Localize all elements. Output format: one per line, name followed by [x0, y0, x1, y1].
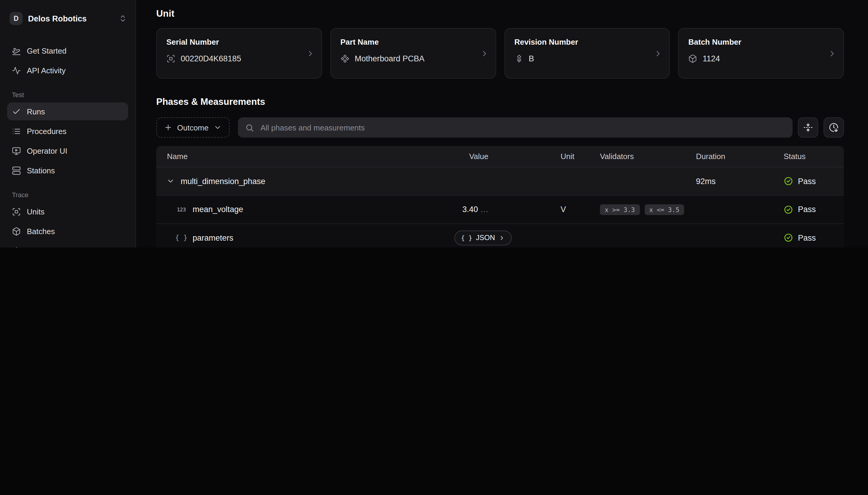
sidebar-item-procedures[interactable]: Procedures: [7, 122, 128, 140]
validators-cell: x >= 3.3 x <= 3.5: [600, 204, 696, 215]
json-type-icon: { }: [176, 234, 187, 242]
table-row-phase[interactable]: multi_dimension_phase 92ms Pass: [156, 167, 844, 195]
sidebar-item-runs[interactable]: Runs: [7, 102, 128, 120]
card-label: Serial Number: [166, 37, 312, 47]
card-value: Motherboard PCBA: [341, 54, 486, 63]
sidebar-nav-test: Runs Procedures Operator UI Stations: [0, 102, 135, 181]
measurement-name: parameters: [193, 234, 233, 242]
json-button-label: JSON: [476, 234, 495, 242]
column-header-duration: Duration: [696, 152, 784, 161]
status-label: Pass: [798, 205, 816, 214]
measurement-value-cell: 3.40 …: [417, 205, 488, 214]
fold-vertical-icon: [803, 123, 813, 132]
search-input[interactable]: [259, 122, 786, 133]
sidebar-item-api-activity[interactable]: API Activity: [7, 61, 128, 79]
measurement-name-cell: 123 mean_voltage: [156, 205, 417, 214]
phase-name: multi_dimension_phase: [181, 177, 265, 186]
column-header-validators: Validators: [600, 152, 696, 161]
page-title: Unit: [156, 8, 844, 19]
status-label: Pass: [798, 177, 816, 186]
braces-icon: { }: [461, 234, 472, 241]
part-name-card[interactable]: Part Name Motherboard PCBA: [330, 28, 496, 79]
clock-arrow-down-icon: [829, 123, 838, 132]
box-icon: [12, 227, 21, 236]
main-content: Unit Serial Number 00220D4K68185 Part Na…: [136, 0, 868, 248]
chevron-right-icon: [498, 235, 505, 241]
serial-number-card[interactable]: Serial Number 00220D4K68185: [156, 28, 322, 79]
revision-number-card[interactable]: Revision Number B: [504, 28, 670, 79]
status-cell: Pass: [784, 176, 843, 186]
measurement-unit: V: [561, 205, 600, 214]
card-label: Batch Number: [688, 37, 834, 47]
search-bar[interactable]: [238, 117, 793, 138]
circle-check-icon: [784, 233, 793, 243]
table-row-parameters[interactable]: { } parameters { } JSON Pass: [156, 223, 844, 248]
chevrons-up-down-icon: [119, 14, 127, 23]
card-label: Part Name: [341, 37, 486, 47]
validator-chip: x <= 3.5: [644, 204, 684, 215]
workspace-switcher[interactable]: D Delos Robotics: [0, 7, 135, 29]
part-name-value: Motherboard PCBA: [355, 54, 425, 63]
sidebar-nav-trace: Units Batches Parts & Revisions: [0, 203, 135, 248]
workspace-name: Delos Robotics: [28, 14, 113, 23]
sidebar-item-label: Get Started: [27, 46, 66, 55]
app-window: D Delos Robotics Get Started API Activit…: [0, 0, 868, 248]
scan-icon: [166, 54, 175, 63]
phase-name-cell: multi_dimension_phase: [156, 177, 417, 186]
sidebar-item-label: Procedures: [27, 126, 66, 136]
sidebar-item-label: Parts & Revisions: [27, 246, 88, 248]
column-header-status: Status: [784, 152, 843, 161]
column-header-value: Value: [417, 152, 488, 161]
card-value: B: [514, 54, 660, 63]
chevron-down-icon[interactable]: [166, 177, 175, 186]
sidebar-item-label: Batches: [27, 227, 55, 236]
table-row-mean-voltage[interactable]: 123 mean_voltage 3.40 … V x >= 3.3 x <= …: [156, 195, 844, 223]
measurement-name-cell: { } parameters: [156, 234, 417, 242]
unit-cards: Serial Number 00220D4K68185 Part Name Mo…: [156, 28, 844, 79]
sidebar-item-operator-ui[interactable]: Operator UI: [7, 142, 128, 160]
batch-number-card[interactable]: Batch Number 1124: [678, 28, 844, 79]
check-icon: [12, 107, 21, 116]
collapse-all-button[interactable]: [798, 117, 818, 138]
outcome-filter-label: Outcome: [177, 123, 209, 132]
sidebar-item-label: Stations: [27, 166, 55, 175]
chevron-right-icon: [306, 49, 315, 58]
component-icon: [12, 246, 21, 248]
history-button[interactable]: [823, 117, 844, 138]
sidebar-section-test: Test: [0, 91, 135, 98]
search-icon: [245, 123, 254, 132]
sidebar-item-get-started[interactable]: Get Started: [7, 42, 128, 59]
sidebar-item-stations[interactable]: Stations: [7, 161, 128, 179]
number-type-icon: 123: [176, 207, 187, 213]
server-icon: [12, 166, 21, 175]
card-value: 1124: [688, 54, 834, 63]
chevron-right-icon: [654, 49, 663, 58]
status-label: Pass: [798, 234, 816, 242]
plane-takeoff-icon: [12, 46, 21, 55]
circle-check-icon: [784, 176, 793, 186]
box-icon: [688, 54, 698, 63]
chevron-right-icon: [828, 49, 837, 58]
validator-chip: x >= 3.3: [600, 204, 640, 215]
card-value: 00220D4K68185: [166, 54, 312, 63]
phases-toolbar: Outcome: [156, 117, 844, 138]
outcome-filter-button[interactable]: Outcome: [156, 117, 230, 138]
batch-number-value: 1124: [703, 54, 720, 63]
column-header-unit: Unit: [561, 152, 600, 161]
json-value-button[interactable]: { } JSON: [455, 231, 512, 245]
sidebar: D Delos Robotics Get Started API Activit…: [0, 0, 136, 248]
sidebar-item-parts-revisions[interactable]: Parts & Revisions: [7, 242, 128, 248]
sidebar-item-label: Runs: [27, 107, 45, 116]
chevron-right-icon: [480, 49, 489, 58]
monitor-play-icon: [12, 146, 21, 155]
measurement-name: mean_voltage: [193, 205, 243, 214]
sidebar-item-label: Units: [27, 207, 45, 216]
chevron-down-icon: [213, 123, 222, 132]
sidebar-item-batches[interactable]: Batches: [7, 222, 128, 240]
sidebar-item-units[interactable]: Units: [7, 203, 128, 220]
serial-number-value: 00220D4K68185: [181, 54, 241, 63]
measurement-value: 3.40: [462, 205, 478, 214]
circle-check-icon: [784, 205, 793, 215]
status-cell: Pass: [784, 205, 843, 215]
phases-section-title: Phases & Measurements: [156, 97, 844, 107]
